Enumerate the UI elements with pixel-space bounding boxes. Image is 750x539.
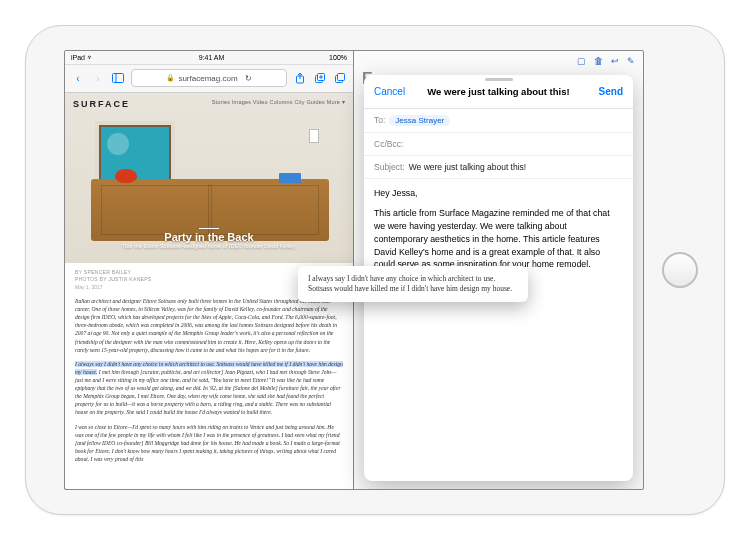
body-paragraph: This article from Surface Magazine remin…	[374, 207, 623, 271]
url-field[interactable]: 🔒 surfacemag.com ↻	[131, 69, 287, 87]
hero-subtitle: Tour the Ettore Sottsass–designed home o…	[65, 243, 353, 250]
screen: iPad ᯤ 9:41 AM 100% ‹ › 🔒 surfacemag.com…	[64, 50, 644, 490]
paragraph-1: Italian architect and designer Ettore So…	[75, 297, 343, 354]
cc-bcc-field[interactable]: Cc/Bcc:	[364, 133, 633, 156]
clock-label: 9:41 AM	[94, 54, 329, 61]
forward-icon[interactable]: ›	[91, 71, 105, 85]
back-icon[interactable]: ‹	[71, 71, 85, 85]
to-recipient-pill[interactable]: Jessa Strayer	[389, 115, 450, 126]
compose-icon[interactable]: ✎	[627, 56, 635, 66]
hero-overlay: Party in the Back Tour the Ettore Sottsa…	[65, 226, 353, 250]
svg-rect-6	[338, 74, 345, 81]
carrier-label: iPad ᯤ	[71, 54, 94, 61]
hero-image: SURFACE Stories Images Video Columns Cit…	[65, 93, 353, 263]
reply-icon[interactable]: ↩	[611, 56, 619, 66]
dragged-text: I always say I didn't have any choice in…	[308, 274, 512, 293]
new-tab-icon[interactable]	[313, 71, 327, 85]
to-label: To:	[374, 115, 385, 126]
body-greeting: Hey Jessa,	[374, 187, 623, 200]
subject-value: We were just talking about this!	[409, 162, 527, 172]
url-text: surfacemag.com	[178, 74, 237, 83]
archive-icon[interactable]: ▢	[577, 56, 586, 66]
dragged-selection-card[interactable]: I always say I didn't have any choice in…	[298, 266, 528, 302]
home-button[interactable]	[662, 252, 698, 288]
tabs-icon[interactable]	[333, 71, 347, 85]
paragraph-2: I always say I didn't have any choice in…	[75, 360, 343, 417]
hero-title: Party in the Back	[65, 231, 353, 243]
subject-label: Subject:	[374, 162, 405, 172]
cancel-button[interactable]: Cancel	[374, 86, 405, 97]
to-field[interactable]: To: Jessa Strayer	[364, 109, 633, 133]
lock-icon: 🔒	[166, 74, 175, 82]
paragraph-3: I was so close to Ettore—I'd spent so ma…	[75, 423, 343, 464]
share-icon[interactable]	[293, 71, 307, 85]
compose-toolbar: Cancel We were just talking about this! …	[364, 75, 633, 109]
send-button[interactable]: Send	[599, 86, 623, 97]
status-bar-left: iPad ᯤ 9:41 AM 100%	[65, 51, 353, 65]
sidebar-icon[interactable]	[111, 71, 125, 85]
safari-toolbar: ‹ › 🔒 surfacemag.com ↻	[65, 65, 353, 93]
subject-field[interactable]: Subject: We were just talking about this…	[364, 156, 633, 179]
svg-rect-0	[113, 74, 124, 83]
sheet-grabber[interactable]	[485, 78, 513, 81]
cc-label: Cc/Bcc:	[374, 139, 403, 149]
battery-label: 100%	[329, 54, 347, 61]
ipad-device: iPad ᯤ 9:41 AM 100% ‹ › 🔒 surfacemag.com…	[25, 25, 725, 515]
site-logo[interactable]: SURFACE	[73, 99, 130, 109]
site-nav[interactable]: Stories Images Video Columns City Guides…	[212, 99, 345, 105]
trash-icon[interactable]: 🗑	[594, 56, 603, 66]
reload-icon[interactable]: ↻	[245, 74, 252, 83]
